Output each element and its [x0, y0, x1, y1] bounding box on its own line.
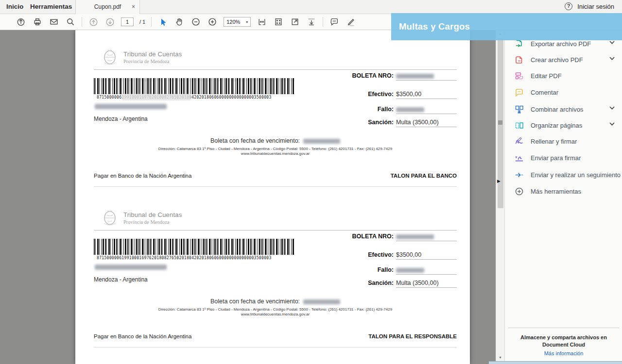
cut-line — [94, 347, 457, 347]
highlighter-pen-icon[interactable] — [346, 16, 356, 28]
bottom-strip — [489, 361, 622, 364]
page-number-input[interactable]: 1 — [121, 17, 134, 26]
help-icon[interactable]: ? — [565, 2, 572, 10]
share-icon[interactable] — [16, 16, 26, 28]
field-value: Multa (3500,00) — [396, 119, 457, 127]
comment-icon — [514, 88, 524, 98]
tool-label: Enviar para firmar — [531, 154, 581, 162]
tool-send-for-signature[interactable]: Enviar para firmar — [505, 151, 622, 165]
comment-bubble-icon[interactable] — [329, 16, 340, 28]
document-viewport[interactable]: Tribunal de Cuentas Provincia de Mendoza… — [0, 30, 496, 364]
send-for-signature-icon — [514, 153, 524, 163]
talon-label: TALON PARA EL RESPONSABLE — [368, 333, 457, 339]
export-pdf-icon — [514, 39, 524, 49]
due-date-label: Boleta con fecha de vencimiento: — [210, 137, 300, 144]
tool-label: Rellenar y firmar — [531, 138, 577, 145]
address-line: Dirección: Catamarca 83 1º Piso - Ciudad… — [94, 307, 457, 312]
tab-inicio[interactable]: Inicio — [6, 3, 23, 10]
tool-label: Organizar páginas — [531, 122, 582, 129]
fill-sign-icon — [514, 137, 524, 147]
vertical-scrollbar[interactable]: ▲ ▼ — [496, 30, 504, 364]
pdf-page: Tribunal de Cuentas Provincia de Mendoza… — [75, 30, 470, 364]
tab-bar: Inicio Herramientas Cupon.pdf × ? Inicia… — [0, 0, 622, 14]
tab-document[interactable]: Cupon.pdf × — [75, 0, 140, 14]
tool-edit-pdf[interactable]: Editar PDF — [505, 69, 622, 83]
tool-send-and-track[interactable]: Enviar y realizar un seguimiento — [505, 168, 622, 182]
city-line: Mendoza - Argentina — [94, 276, 148, 283]
field-label: Efectivo: — [346, 91, 394, 98]
chevron-down-icon: ▾ — [246, 20, 248, 24]
tab-document-label: Cupon.pdf — [94, 3, 121, 10]
organize-pages-icon — [514, 121, 524, 131]
banner-title: Multas y Cargos — [399, 21, 470, 32]
pay-row: Pagar en Banco de la Nación Argentina TA… — [94, 333, 457, 341]
tool-comment[interactable]: Comentar — [505, 85, 622, 99]
field-value — [396, 106, 457, 114]
cut-line — [94, 186, 457, 187]
tool-organize-pages[interactable]: Organizar páginas — [505, 118, 622, 132]
fit-width-icon[interactable] — [257, 16, 267, 28]
fullscreen-icon[interactable] — [290, 16, 300, 28]
panel-collapse-icon[interactable]: ▶ — [497, 179, 501, 183]
select-tool-icon[interactable] — [157, 16, 168, 28]
email-icon[interactable] — [49, 16, 59, 28]
chevron-down-icon[interactable] — [609, 57, 615, 60]
tool-more-tools[interactable]: Más herramientas — [505, 184, 622, 199]
signin-button[interactable]: Iniciar sesión — [577, 3, 614, 10]
fit-page-icon[interactable] — [273, 16, 284, 28]
zoom-in-icon[interactable] — [207, 16, 218, 28]
org-subtitle: Provincia de Mendoza — [123, 219, 182, 225]
redacted-payer-name — [95, 265, 167, 270]
redacted-date — [303, 139, 340, 144]
tool-create-pdf[interactable]: Crear archivo PDF — [505, 53, 622, 67]
tool-label: Exportar archivo PDF — [531, 40, 591, 48]
chevron-down-icon[interactable] — [609, 41, 615, 44]
next-page-icon[interactable] — [104, 16, 115, 28]
toolbar-separator — [151, 17, 152, 27]
print-icon[interactable] — [32, 16, 43, 28]
zoom-out-icon[interactable] — [190, 16, 201, 28]
close-icon[interactable]: × — [132, 0, 135, 14]
edit-pdf-icon — [514, 71, 524, 81]
barcode — [94, 239, 294, 255]
website-line: www.tribunaldecuentas.mendoza.gov.ar — [94, 151, 457, 156]
search-icon[interactable] — [65, 16, 76, 28]
zoom-level-dropdown[interactable]: 120% ▾ — [224, 17, 251, 27]
field-fallo: Fallo: — [346, 106, 457, 115]
redacted-payer-name — [95, 104, 167, 109]
field-value: Multa (3500,00) — [396, 280, 457, 288]
org-subtitle: Provincia de Mendoza — [123, 59, 182, 64]
redacted-value — [396, 74, 434, 79]
pay-row: Pagar en Banco de la Nación Argentina TA… — [94, 173, 457, 181]
field-label: BOLETA NRO: — [346, 72, 394, 79]
field-value — [396, 266, 457, 275]
field-value: $3500,00 — [396, 251, 457, 260]
tool-label: Más herramientas — [531, 188, 581, 195]
field-value: $3500,00 — [396, 91, 457, 99]
field-label: Efectivo: — [346, 251, 394, 258]
redacted-blur — [122, 94, 191, 100]
tool-combine-files[interactable]: Combinar archivos — [505, 102, 622, 116]
previous-page-icon[interactable] — [88, 16, 99, 28]
field-label: Fallo: — [346, 266, 394, 273]
chevron-down-icon[interactable] — [609, 122, 615, 126]
toolbar-separator — [82, 17, 82, 27]
scrollbar-grip[interactable] — [498, 120, 502, 125]
hand-tool-icon[interactable] — [174, 16, 185, 28]
field-label: BOLETA NRO: — [346, 233, 394, 240]
org-name: Tribunal de Cuentas — [123, 211, 182, 218]
tool-fill-sign[interactable]: Rellenar y firmar — [505, 134, 622, 149]
field-sancion: Sanción: Multa (3500,00) — [346, 280, 457, 288]
chevron-down-icon[interactable] — [609, 106, 615, 110]
scroll-down-icon[interactable]: ▼ — [496, 356, 504, 359]
tab-herramientas[interactable]: Herramientas — [30, 3, 72, 10]
field-label: Sanción: — [346, 119, 394, 126]
field-sancion: Sanción: Multa (3500,00) — [346, 119, 457, 128]
field-efectivo: Efectivo: $3500,00 — [346, 91, 457, 99]
talon-label: TALON PARA EL BANCO — [391, 173, 457, 179]
divider — [94, 69, 457, 70]
payment-slip-2: Tribunal de Cuentas Provincia de Mendoza… — [94, 208, 457, 353]
read-mode-icon[interactable] — [306, 16, 317, 28]
more-info-link[interactable]: Más información — [505, 350, 622, 356]
coat-of-arms-icon — [101, 208, 119, 228]
